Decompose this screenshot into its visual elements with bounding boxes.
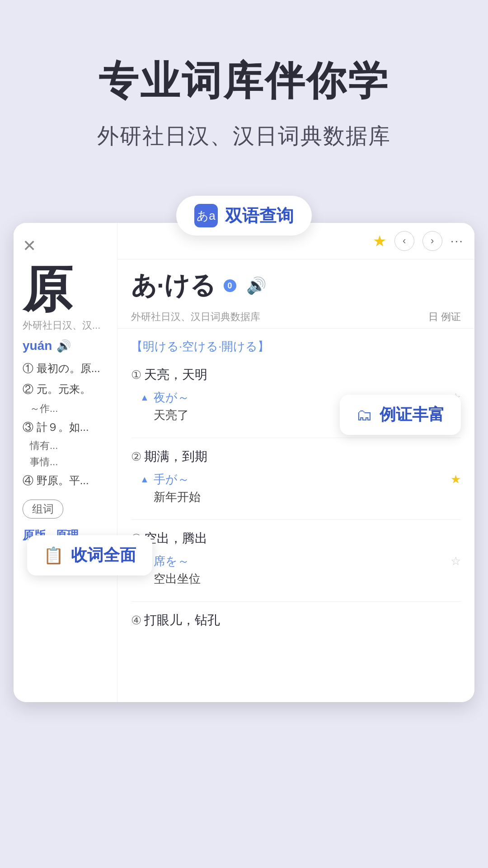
left-panel: ✕ 原 外研社日汉、汉... yuán 🔊 ① 最初の。原... ② 元。元来。… <box>14 223 117 702</box>
left-def3: ③ 計９。如... <box>23 420 108 434</box>
left-example2: ～作... <box>30 402 108 415</box>
star-outline-3[interactable]: ☆ <box>450 554 461 568</box>
left-source: 外研社日汉、汉... <box>23 319 108 332</box>
right-panel: ★ ‹ › ··· あ·ける 0 🔊 外研社日汉、汉日词典数据库 日 例证 <box>117 223 474 702</box>
hero-title: 专业词库伴你学 <box>27 54 461 108</box>
entry-example-link[interactable]: 日 例证 <box>428 310 461 324</box>
left-example3b: 事情... <box>30 455 108 469</box>
prev-button[interactable]: ‹ <box>394 231 414 251</box>
lijian-label: 例证丰富 <box>380 404 445 426</box>
entry-header: あ·ける 0 🔊 <box>117 259 474 307</box>
dict-container: あa 双语查询 ✕ 原 外研社日汉、汉... yuán 🔊 ① 最初の。原...… <box>14 196 474 702</box>
badge-shoci[interactable]: 📋 收词全面 <box>27 535 152 576</box>
entry-sound-icon[interactable]: 🔊 <box>246 276 267 295</box>
divider-3 <box>131 601 461 602</box>
def-item-3: ③空出，腾出 ▲ 席を～ ☆ 空出坐位 <box>117 524 474 598</box>
def-num-line-2: ②期满，到期 <box>131 448 461 465</box>
triangle-icon: ▲ <box>140 392 149 403</box>
chevron-right-icon: › <box>431 235 434 247</box>
bilingual-icon: あa <box>194 204 218 227</box>
bilingual-badge[interactable]: あa 双语查询 <box>176 196 312 236</box>
def-num-line-1: ①天亮，天明 <box>131 366 461 383</box>
def-zh-2: 新年开始 <box>131 488 461 509</box>
star-filled-2[interactable]: ★ <box>450 472 461 486</box>
hero-section: 专业词库伴你学 外研社日汉、汉日词典数据库 <box>0 0 488 178</box>
left-reading-row: yuán 🔊 <box>23 339 108 353</box>
left-sound-icon[interactable]: 🔊 <box>56 339 71 353</box>
def-zh-3: 空出坐位 <box>131 570 461 591</box>
def-jp-2: 手が～ <box>154 472 189 487</box>
lijian-icon: 🗂 <box>356 406 372 425</box>
left-def2: ② 元。元来。 <box>23 381 108 397</box>
bilingual-label: 双语查询 <box>225 204 294 227</box>
entry-badge: 0 <box>224 279 236 292</box>
main-card: ✕ 原 外研社日汉、汉... yuán 🔊 ① 最初の。原... ② 元。元来。… <box>14 223 474 702</box>
entry-source-text: 外研社日汉、汉日词典数据库 <box>131 310 260 324</box>
def-num-line-4: ④打眼儿，钻孔 <box>131 612 461 629</box>
close-button[interactable]: ✕ <box>23 236 108 255</box>
divider-1 <box>131 438 461 438</box>
left-def1: ① 最初の。原... <box>23 360 108 377</box>
triangle-icon-2: ▲ <box>140 474 149 485</box>
shoci-icon: 📋 <box>43 546 64 565</box>
def-item-2: ②期满，到期 ▲ 手が～ ★ 新年开始 <box>117 442 474 516</box>
divider-2 <box>131 519 461 520</box>
left-reading-text: yuán <box>23 339 52 353</box>
more-button[interactable]: ··· <box>450 234 464 248</box>
left-def4: ④ 野原。平... <box>23 473 108 488</box>
def-jp-3: 席を～ <box>154 553 189 569</box>
chevron-left-icon: ‹ <box>403 235 406 247</box>
kanji-ref: 【明ける·空ける·開ける】 <box>117 333 474 360</box>
next-button[interactable]: › <box>422 231 442 251</box>
def-num-line-3: ③空出，腾出 <box>131 530 461 547</box>
left-tag[interactable]: 组词 <box>23 500 63 519</box>
def-example-row-2: ▲ 手が～ ★ <box>131 469 461 488</box>
def-item-4: ④打眼儿，钻孔 <box>117 605 474 639</box>
left-example3: 情有... <box>30 439 108 453</box>
star-button[interactable]: ★ <box>373 232 386 250</box>
entry-reading: あ·ける <box>131 269 216 303</box>
entry-source-row: 外研社日汉、汉日词典数据库 日 例证 <box>117 307 474 329</box>
def-example-row-3: ▲ 席を～ ☆ <box>131 551 461 570</box>
definitions-list: 【明ける·空ける·開ける】 ①天亮，天明 ▲ 夜が～ ☆ 天亮了 <box>117 329 474 702</box>
badge-lijian[interactable]: 🗂 例证丰富 <box>340 395 461 435</box>
shoci-label: 收词全面 <box>71 544 136 566</box>
def-jp-1: 夜が～ <box>154 390 189 406</box>
hero-subtitle: 外研社日汉、汉日词典数据库 <box>27 122 461 151</box>
left-kanji: 原 <box>23 264 108 314</box>
